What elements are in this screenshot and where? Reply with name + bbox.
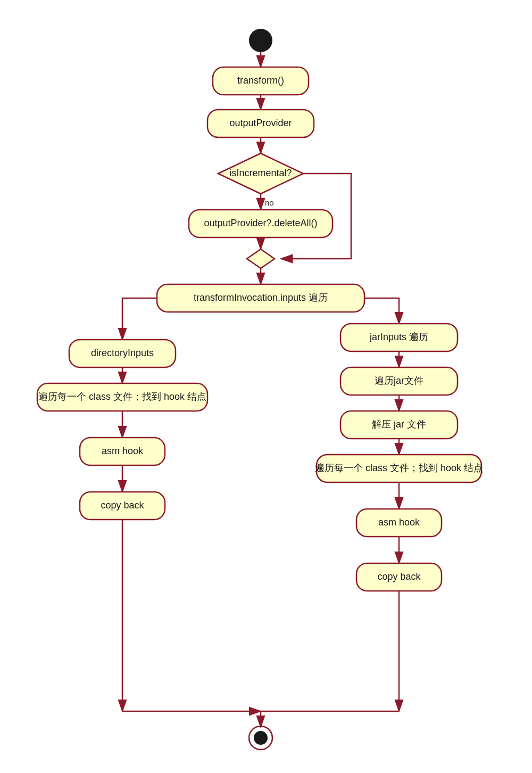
traverse-jar-label: 遍历jar文件 <box>375 375 423 386</box>
merge-node <box>247 249 275 268</box>
extract-jar-label: 解压 jar 文件 <box>372 419 426 430</box>
no-label: no <box>265 198 274 207</box>
traverse-class-left-label: 遍历每一个 class 文件；找到 hook 结点 <box>38 391 206 402</box>
end-inner-circle <box>254 731 268 745</box>
copy-back-right-label: copy back <box>377 571 421 582</box>
jar-inputs-label: jarInputs 遍历 <box>369 332 428 342</box>
asm-hook-left-label: asm hook <box>102 446 144 456</box>
traverse-class-right-label: 遍历每一个 class 文件；找到 hook 结点 <box>315 463 483 473</box>
traverse-inputs-label: transformInvocation.inputs 遍历 <box>194 292 328 303</box>
diagram-container: transform() outputProvider isIncremental… <box>21 19 511 754</box>
start-node <box>249 29 272 52</box>
copy-back-left-label: copy back <box>101 500 144 511</box>
deleteall-label: outputProvider?.deleteAll() <box>204 218 317 228</box>
isincremental-label: isIncremental? <box>229 168 292 178</box>
asm-hook-right-label: asm hook <box>378 517 420 528</box>
outputprovider-label: outputProvider <box>229 118 292 128</box>
directory-inputs-label: directoryInputs <box>91 348 154 358</box>
transform-label: transform() <box>237 75 284 86</box>
